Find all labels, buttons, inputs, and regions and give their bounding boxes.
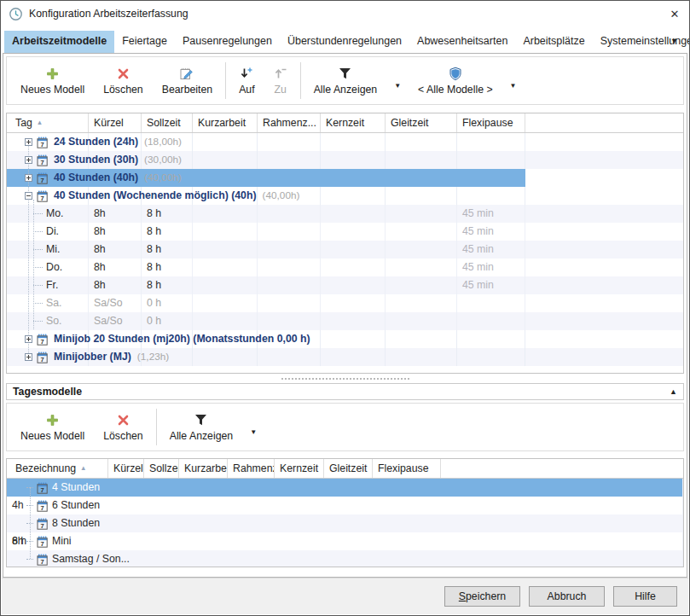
- column-header-bezeichnung[interactable]: Bezeichnung▲: [7, 459, 108, 478]
- neues-modell-button[interactable]: Neues Modell: [11, 59, 94, 102]
- loeschen-button[interactable]: Löschen: [94, 405, 153, 449]
- abbruch-button[interactable]: Abbruch: [529, 586, 605, 607]
- tree-row-model[interactable]: 730 Stunden (30h)(30,00h): [7, 151, 683, 169]
- bezeichnung-cell[interactable]: 78 Stunden: [7, 514, 683, 532]
- column-header-rahmenz[interactable]: Rahmenz...: [228, 459, 275, 478]
- kuerzel-cell: 8h: [89, 223, 142, 241]
- tab-pausenregelungen[interactable]: Pausenregelungen: [175, 31, 280, 53]
- gleitzeit-cell: [386, 276, 457, 294]
- tagesmodell-label: Mini: [52, 532, 72, 550]
- collapse-icon[interactable]: [25, 192, 32, 200]
- tagesmodell-label: 8 Stunden: [52, 514, 100, 532]
- sort-asc-icon: ▲: [37, 119, 43, 126]
- calendar-icon: 7: [37, 482, 48, 494]
- auf-button[interactable]: Auf: [229, 59, 264, 102]
- tree-row-day[interactable]: Di.8h8 h45 min: [7, 223, 683, 241]
- column-header-gleitzeit[interactable]: Gleitzeit: [386, 113, 457, 132]
- splitter[interactable]: [6, 374, 684, 383]
- tree-row-model[interactable]: 724 Stunden (24h)(18,00h): [7, 133, 683, 151]
- bezeichnung-cell[interactable]: 76 Stunden: [7, 497, 683, 514]
- alle-anzeigen-button[interactable]: Alle Anzeigen: [304, 59, 387, 102]
- tab-abwesenheitsarten[interactable]: Abwesenheitsarten: [409, 31, 515, 53]
- gleitzeit-cell: [386, 241, 457, 259]
- column-header-kuerzel[interactable]: Kürzel: [108, 459, 144, 478]
- table-header-row: Tag▲KürzelSollzeitKurzarbeitRahmenz...Ke…: [7, 113, 683, 133]
- tree-row-model[interactable]: 740 Stunden (Wochenende möglich) (40h)(4…: [7, 187, 683, 205]
- gleitzeit-cell: [386, 259, 457, 276]
- tree-row-day[interactable]: Sa.Sa/So0 h: [7, 294, 683, 312]
- table-row[interactable]: 78 Stunden8h8 h45 min: [7, 514, 683, 532]
- column-header-kurzarbeit[interactable]: Kurzarbeit: [179, 459, 228, 478]
- day-name-cell: Mo.: [7, 205, 89, 223]
- kernzeit-cell: [321, 259, 386, 276]
- chevron-down-icon[interactable]: ▼: [502, 82, 525, 90]
- tab-arbeitsplaetze[interactable]: Arbeitsplätze: [515, 31, 592, 53]
- table-header-row: Bezeichnung▲KürzelSollzeitKurzarbeitRahm…: [7, 459, 683, 479]
- calendar-icon: 7: [37, 137, 48, 148]
- hilfe-button[interactable]: Hilfe: [613, 586, 677, 607]
- table-row[interactable]: 7Samstag / Son...Sa/So0 h: [7, 550, 683, 567]
- tab-bar: ArbeitszeitmodelleFeiertagePausenregelun…: [1, 26, 689, 53]
- tree-row-day[interactable]: Mi.8h8 h45 min: [7, 241, 683, 259]
- speichern-button[interactable]: Speichern: [444, 586, 520, 607]
- column-header-sollzeit[interactable]: Sollzeit: [142, 113, 193, 132]
- tree-row-model[interactable]: 7Minijob 20 Stunden (mj20h) (Monatsstund…: [7, 330, 683, 348]
- tab-overflow-button[interactable]: ▼: [670, 37, 678, 45]
- column-header-gleitzeit[interactable]: Gleitzeit: [324, 459, 373, 478]
- loeschen-button[interactable]: Löschen: [94, 59, 153, 102]
- column-header-label: Kürzel: [94, 117, 124, 129]
- tree-line: [33, 321, 43, 322]
- expand-icon[interactable]: [25, 138, 32, 146]
- tab-feiertage[interactable]: Feiertage: [114, 31, 175, 53]
- kuerzel-cell: 8h: [89, 259, 142, 276]
- column-header-kurzarbeit[interactable]: Kurzarbeit: [193, 113, 258, 132]
- column-header-tag[interactable]: Tag▲: [7, 113, 89, 132]
- column-header-kuerzel[interactable]: Kürzel: [89, 113, 142, 132]
- section-collapse-button[interactable]: ▲: [670, 387, 677, 396]
- neues-modell-button[interactable]: Neues Modell: [11, 405, 94, 449]
- splitter-grip[interactable]: [281, 378, 409, 380]
- column-header-kernzeit[interactable]: Kernzeit: [321, 113, 386, 132]
- tree-row-day[interactable]: Do.8h8 h45 min: [7, 259, 683, 276]
- column-header-label: Tag: [15, 117, 32, 129]
- alle-modelle-button[interactable]: < Alle Modelle >: [409, 59, 502, 102]
- tab-ueberstundenregelungen[interactable]: Überstundenregelungen: [280, 31, 409, 53]
- calendar-icon: 7: [37, 352, 48, 363]
- expand-icon[interactable]: [25, 156, 32, 164]
- day-label: Mo.: [46, 205, 64, 223]
- chevron-down-icon[interactable]: ▼: [242, 428, 264, 436]
- column-header-flexipause[interactable]: Flexipause: [373, 459, 441, 478]
- tree-row-day[interactable]: So.Sa/So0 h: [7, 312, 683, 330]
- bezeichnung-cell[interactable]: 74 Stunden: [7, 479, 683, 497]
- tree-row-day[interactable]: Mo.8h8 h45 min: [7, 205, 683, 223]
- bezeichnung-cell[interactable]: 7Mini: [7, 532, 683, 550]
- model-hours: (40,00h): [144, 169, 182, 187]
- table-row[interactable]: 76 Stunden6h6 h: [7, 497, 683, 514]
- tree-row-model[interactable]: 7Minijobber (MJ)(1,23h): [7, 348, 683, 366]
- column-header-kernzeit[interactable]: Kernzeit: [275, 459, 324, 478]
- close-button[interactable]: ✕: [660, 8, 689, 20]
- bearbeiten-button[interactable]: Bearbeiten: [153, 59, 222, 102]
- tree-row-model[interactable]: 740 Stunden (40h)(40,00h): [7, 169, 683, 187]
- column-header-label: Sollzeit: [149, 462, 179, 474]
- column-header-sollzeit[interactable]: Sollzeit: [144, 459, 179, 478]
- expand-icon[interactable]: [25, 174, 32, 182]
- tab-arbeitszeitmodelle[interactable]: Arbeitszeitmodelle: [4, 31, 114, 53]
- flexipause-cell: [457, 312, 525, 330]
- expand-icon[interactable]: [25, 353, 32, 361]
- column-header-label: Gleitzeit: [329, 462, 367, 474]
- dialog-window: Konfiguration Arbeitszeiterfassung ✕ Arb…: [0, 0, 690, 616]
- expand-icon[interactable]: [25, 335, 32, 343]
- chevron-down-icon[interactable]: ▼: [386, 82, 409, 90]
- bezeichnung-cell[interactable]: 7Samstag / Son...: [7, 550, 683, 567]
- row-filler: [525, 241, 683, 259]
- table-row[interactable]: 74 Stunden4h0 h: [7, 479, 683, 497]
- table-row[interactable]: 7Minimin1,230 h: [7, 532, 683, 550]
- tree-row-day[interactable]: Fr.8h8 h45 min: [7, 276, 683, 294]
- column-header-flexipause[interactable]: Flexipause: [457, 113, 525, 132]
- row-filler: [525, 205, 683, 223]
- toolbar-button-label: < Alle Modelle >: [418, 84, 493, 96]
- kurzarbeit-cell: [193, 241, 258, 259]
- column-header-rahmenz[interactable]: Rahmenz...: [258, 113, 321, 132]
- alle-anzeigen-button[interactable]: Alle Anzeigen: [160, 405, 243, 449]
